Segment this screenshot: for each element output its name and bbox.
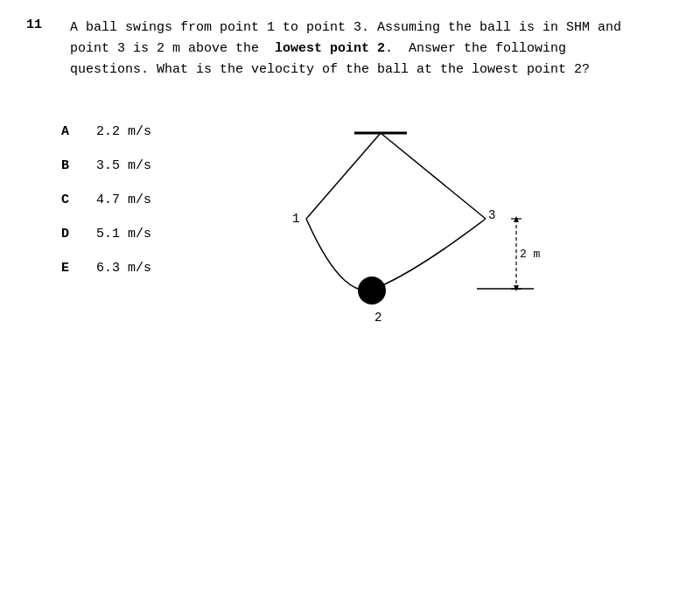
label-2: 2	[374, 311, 382, 325]
option-row: D5.1 m/s	[61, 227, 219, 242]
svg-point-3	[358, 276, 386, 304]
pendulum-svg: 1 2 3 2 m	[219, 116, 551, 360]
option-value: 5.1 m/s	[96, 227, 151, 242]
diagram-area: 1 2 3 2 m	[219, 116, 674, 360]
svg-line-1	[306, 133, 381, 219]
svg-line-2	[381, 133, 486, 219]
bold-phrase: lowest point 2	[275, 41, 385, 56]
option-row: E6.3 m/s	[61, 261, 219, 276]
option-letter: D	[61, 227, 79, 242]
label-1: 1	[292, 212, 299, 226]
option-row: A2.2 m/s	[61, 124, 219, 139]
option-letter: A	[61, 124, 79, 139]
option-value: 3.5 m/s	[96, 158, 151, 173]
question-header: 11 A ball swings from point 1 to point 3…	[26, 18, 674, 80]
question-number: 11	[26, 18, 52, 80]
label-3: 3	[488, 208, 495, 222]
option-row: C4.7 m/s	[61, 192, 219, 207]
options-list: A2.2 m/sB3.5 m/sC4.7 m/sD5.1 m/sE6.3 m/s	[26, 107, 219, 360]
option-letter: B	[61, 158, 79, 173]
option-value: 4.7 m/s	[96, 192, 151, 207]
question-line3: questions. What is the velocity of the b…	[70, 60, 621, 80]
question-line1: A ball swings from point 1 to point 3. A…	[70, 18, 621, 38]
question-text: A ball swings from point 1 to point 3. A…	[70, 18, 621, 80]
option-value: 2.2 m/s	[96, 124, 151, 139]
question-line2: point 3 is 2 m above the lowest point 2.…	[70, 38, 621, 60]
label-2m: 2 m	[520, 248, 541, 261]
page: 11 A ball swings from point 1 to point 3…	[0, 0, 700, 378]
option-letter: C	[61, 192, 79, 207]
option-row: B3.5 m/s	[61, 158, 219, 173]
option-letter: E	[61, 261, 79, 276]
content-area: A2.2 m/sB3.5 m/sC4.7 m/sD5.1 m/sE6.3 m/s	[26, 107, 674, 360]
option-value: 6.3 m/s	[96, 261, 151, 276]
